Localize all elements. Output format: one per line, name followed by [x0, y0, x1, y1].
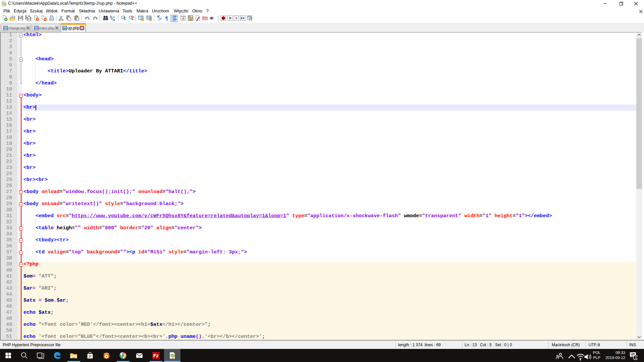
svg-text:¶: ¶ — [165, 15, 168, 21]
svg-text:1: 1 — [635, 356, 637, 360]
svg-text:Fz: Fz — [153, 353, 159, 358]
